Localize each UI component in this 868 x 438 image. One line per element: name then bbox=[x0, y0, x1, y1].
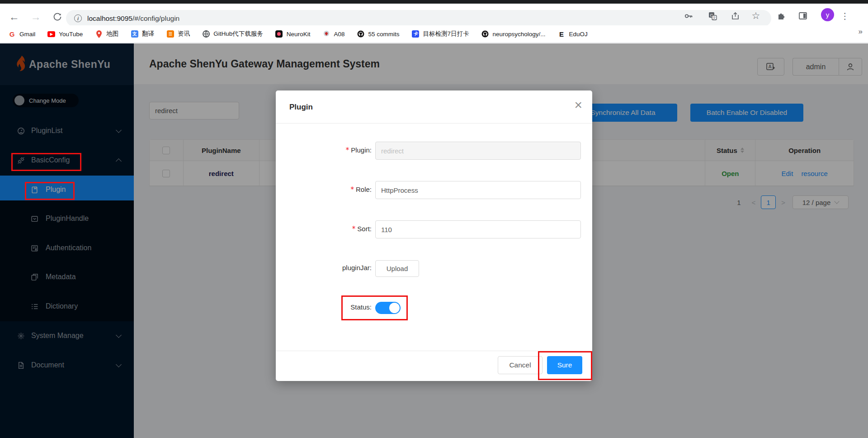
forward-icon[interactable]: → bbox=[28, 9, 43, 24]
bookmark-label: 目标检测7日打卡 bbox=[423, 30, 469, 38]
neurokit-icon bbox=[275, 30, 283, 38]
plugin-input[interactable] bbox=[375, 142, 581, 160]
bookmark-star-icon[interactable]: ☆ bbox=[750, 10, 761, 21]
bookmark-label: NeuroKit bbox=[287, 31, 311, 38]
browser-toolbar: ← → i localhost:9095/#/config/plugin G文 … bbox=[0, 4, 868, 25]
eduoj-icon: E bbox=[558, 30, 566, 38]
field-label-role: *Role: bbox=[276, 186, 372, 194]
status-switch[interactable] bbox=[375, 302, 401, 314]
side-panel-icon[interactable] bbox=[797, 10, 808, 21]
role-input[interactable] bbox=[375, 181, 581, 199]
bookmark-item[interactable]: neuropsychology/... bbox=[481, 30, 545, 38]
field-label-pluginjar: pluginJar: bbox=[276, 264, 372, 271]
gmail-icon: G bbox=[8, 30, 16, 38]
bookmark-item[interactable]: ▶YouTube bbox=[47, 30, 83, 38]
extensions-puzzle-icon[interactable] bbox=[776, 10, 787, 21]
sure-button[interactable]: Sure bbox=[547, 356, 582, 374]
browser-menu-icon[interactable]: ⋮ bbox=[840, 9, 850, 23]
bookmark-label: A08 bbox=[334, 31, 344, 38]
field-label-text: pluginJar: bbox=[342, 264, 372, 271]
url-bar[interactable]: i localhost:9095/#/config/plugin bbox=[66, 10, 771, 27]
upload-button[interactable]: Upload bbox=[375, 260, 419, 277]
back-icon[interactable]: ← bbox=[6, 9, 22, 24]
bookmark-label: EduOJ bbox=[569, 31, 588, 38]
profile-avatar[interactable]: y bbox=[821, 8, 834, 21]
refresh-icon[interactable] bbox=[50, 9, 65, 24]
modal-header: Plugin × bbox=[276, 90, 592, 124]
svg-text:文: 文 bbox=[712, 16, 716, 20]
required-asterisk: * bbox=[352, 225, 356, 233]
bookmark-label: 资讯 bbox=[178, 30, 190, 38]
bookmark-item[interactable]: GGmail bbox=[8, 30, 35, 38]
checkin-icon: 卡 bbox=[411, 30, 419, 38]
bookmark-label: Gmail bbox=[19, 31, 35, 38]
field-label-text: Role: bbox=[356, 186, 372, 193]
modal-footer: Cancel Sure bbox=[276, 351, 592, 381]
url-text[interactable]: localhost:9095/#/config/plugin bbox=[87, 14, 179, 23]
github-icon bbox=[357, 30, 364, 38]
bookmark-item[interactable]: 55 commits bbox=[357, 30, 399, 38]
required-asterisk: * bbox=[350, 186, 354, 194]
field-label-status: Status: bbox=[276, 303, 372, 311]
password-key-icon[interactable] bbox=[683, 10, 694, 21]
bookmark-item[interactable]: GitHub代下载服务 bbox=[202, 30, 263, 38]
bookmark-label: neuropsychology/... bbox=[492, 31, 545, 38]
share-icon[interactable] bbox=[730, 10, 741, 21]
bookmark-label: 地图 bbox=[106, 30, 118, 38]
bookmark-item[interactable]: ☰资讯 bbox=[166, 30, 190, 38]
bookmarks-bar: GGmail▶YouTube地图文翻译☰资讯GitHub代下载服务NeuroKi… bbox=[0, 25, 868, 43]
field-label-plugin: *Plugin: bbox=[276, 146, 372, 154]
bookmark-item[interactable]: EEduOJ bbox=[558, 30, 588, 38]
field-label-text: Plugin: bbox=[351, 146, 372, 154]
ailab-icon bbox=[322, 30, 330, 38]
youtube-icon: ▶ bbox=[47, 30, 55, 38]
required-asterisk: * bbox=[346, 146, 349, 154]
field-label-text: Status: bbox=[350, 303, 372, 311]
bookmark-label: GitHub代下载服务 bbox=[213, 30, 263, 38]
bookmark-item[interactable]: NeuroKit bbox=[275, 30, 311, 38]
bookmark-item[interactable]: 地图 bbox=[95, 30, 118, 38]
bookmark-label: YouTube bbox=[59, 31, 83, 38]
translate-page-icon[interactable]: G文 bbox=[707, 10, 718, 21]
cancel-button[interactable]: Cancel bbox=[498, 356, 542, 374]
news-icon: ☰ bbox=[166, 30, 174, 38]
maps-icon bbox=[95, 30, 103, 38]
close-icon[interactable]: × bbox=[574, 98, 582, 112]
bookmark-item[interactable]: A08 bbox=[322, 30, 344, 38]
github-icon bbox=[481, 30, 489, 38]
switch-knob-icon bbox=[389, 303, 400, 313]
bookmark-label: 55 commits bbox=[368, 31, 399, 38]
sort-input[interactable] bbox=[375, 220, 581, 238]
window-top-strip bbox=[0, 0, 868, 4]
field-label-text: Sort: bbox=[357, 225, 372, 233]
plugin-modal: Plugin × *Plugin:*Role:*Sort:pluginJar:U… bbox=[276, 90, 592, 381]
github-globe-icon bbox=[202, 30, 210, 38]
bookmark-item[interactable]: 卡目标检测7日打卡 bbox=[411, 30, 469, 38]
translate-icon: 文 bbox=[131, 30, 138, 38]
upload-button-label: Upload bbox=[387, 265, 408, 272]
bookmark-item[interactable]: 文翻译 bbox=[131, 30, 154, 38]
site-info-icon[interactable]: i bbox=[74, 14, 82, 22]
screen: ← → i localhost:9095/#/config/plugin G文 … bbox=[0, 0, 868, 438]
modal-title: Plugin bbox=[289, 90, 313, 124]
field-label-sort: *Sort: bbox=[276, 225, 372, 233]
bookmarks-overflow-chevron[interactable]: » bbox=[859, 27, 863, 36]
bookmark-label: 翻译 bbox=[142, 30, 154, 38]
